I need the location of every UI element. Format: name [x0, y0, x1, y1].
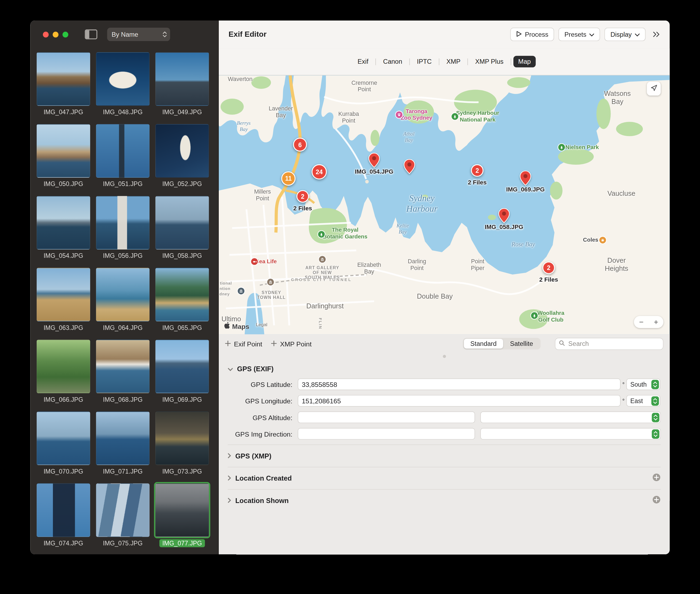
stepper-control[interactable] [651, 396, 659, 405]
zoom-out-button[interactable]: − [634, 317, 649, 328]
segment-satellite[interactable]: Satellite [503, 339, 540, 349]
photo-thumbnail[interactable] [37, 196, 90, 250]
add-circle-icon[interactable] [652, 473, 661, 483]
tab-divider [511, 58, 511, 65]
map-label: Nielsen Park [566, 144, 599, 151]
section-location-created[interactable]: Location Created [228, 467, 661, 489]
photo-thumbnail[interactable] [155, 411, 209, 465]
tab-xmp[interactable]: XMP [442, 56, 465, 67]
map-cluster-marker[interactable]: 6 [293, 138, 307, 152]
tab-xmp-plus[interactable]: XMP Plus [470, 56, 508, 67]
photo-item[interactable]: IMG_075.JPG [96, 483, 149, 548]
zoom-in-button[interactable]: + [649, 317, 664, 328]
search-field[interactable] [555, 338, 664, 350]
photo-thumbnail[interactable] [37, 340, 90, 393]
zoom-control[interactable]: − + [634, 316, 663, 328]
add-circle-icon[interactable] [652, 495, 661, 506]
section-gps-xmp[interactable]: GPS (XMP) [228, 445, 661, 467]
map-pin-marker[interactable] [369, 153, 380, 168]
map-cluster-marker[interactable]: 2 [471, 164, 483, 176]
section-location-shown[interactable]: Location Shown [228, 490, 661, 512]
gps-value-input[interactable] [298, 411, 475, 423]
photo-item[interactable]: IMG_050.JPG [37, 124, 90, 189]
photo-thumbnail[interactable] [155, 268, 209, 321]
legal-link[interactable]: Legal [256, 322, 267, 327]
photo-item[interactable]: IMG_068.JPG [96, 340, 149, 404]
add-xmp-point-button[interactable]: XMP Point [271, 340, 312, 348]
gps-exif-section-header[interactable]: GPS (EXIF) [228, 365, 661, 373]
photo-thumbnail[interactable] [37, 52, 90, 106]
map-cluster-marker[interactable]: 11 [281, 171, 295, 186]
photo-item[interactable]: IMG_054.JPG [37, 196, 90, 260]
stepper-control[interactable] [651, 429, 659, 438]
tab-canon[interactable]: Canon [378, 56, 407, 67]
photo-thumbnail[interactable] [37, 124, 90, 178]
gps-unit-select[interactable] [480, 411, 661, 423]
photo-item[interactable]: IMG_077.JPG [155, 483, 209, 548]
photo-item[interactable]: IMG_069.JPG [155, 340, 209, 404]
tab-iptc[interactable]: IPTC [412, 56, 437, 67]
photo-thumbnail[interactable] [37, 411, 90, 465]
gps-ref-select[interactable]: East [626, 395, 660, 407]
gps-value-input[interactable] [298, 395, 621, 407]
photo-item[interactable]: IMG_048.JPG [96, 52, 149, 117]
locate-button[interactable] [647, 82, 661, 96]
photo-item[interactable]: IMG_070.JPG [37, 411, 90, 476]
photo-thumbnail[interactable] [96, 483, 149, 537]
photo-item[interactable]: IMG_051.JPG [96, 124, 149, 189]
search-input[interactable] [567, 340, 660, 348]
photo-thumbnail[interactable] [96, 196, 149, 250]
photo-item[interactable]: IMG_058.JPG [155, 196, 209, 260]
gps-value-input[interactable] [298, 428, 475, 439]
photo-item[interactable]: IMG_074.JPG [37, 483, 90, 548]
map-pin-marker[interactable] [519, 170, 531, 186]
map-pin-marker[interactable] [404, 159, 415, 174]
minimize-button[interactable] [53, 32, 58, 37]
map-cluster-marker[interactable]: 24 [312, 164, 327, 179]
photo-thumbnail[interactable] [96, 52, 149, 106]
photo-thumbnail[interactable] [37, 268, 90, 321]
photo-thumbnail[interactable] [155, 196, 209, 250]
photo-item[interactable]: IMG_056.JPG [96, 196, 149, 260]
gps-value-input[interactable] [298, 378, 621, 390]
zoom-button[interactable] [62, 32, 68, 37]
photo-thumbnail[interactable] [155, 52, 209, 106]
photo-item[interactable]: IMG_047.JPG [37, 52, 90, 117]
photo-thumbnail[interactable] [96, 268, 149, 321]
photo-item[interactable]: IMG_073.JPG [155, 411, 209, 476]
stepper-control[interactable] [651, 380, 659, 389]
tab-exif[interactable]: Exif [353, 56, 373, 67]
display-button[interactable]: Display [605, 28, 645, 41]
photo-item[interactable]: IMG_066.JPG [37, 340, 90, 404]
map-view[interactable]: WavertonCremornePointLavenderBayKurrabaP… [219, 75, 670, 334]
gps-ref-select[interactable]: South [626, 378, 660, 390]
photo-item[interactable]: IMG_049.JPG [155, 52, 209, 117]
sort-dropdown[interactable]: By Name [107, 28, 170, 41]
map-pin-marker[interactable] [498, 208, 510, 223]
photo-thumbnail[interactable] [96, 340, 149, 393]
segment-standard[interactable]: Standard [464, 339, 503, 349]
photo-thumbnail[interactable] [96, 124, 149, 178]
add-exif-point-button[interactable]: Exif Point [225, 340, 262, 348]
pane-resize-handle[interactable] [443, 355, 446, 358]
photo-item[interactable]: IMG_071.JPG [96, 411, 149, 476]
tab-map[interactable]: Map [513, 56, 536, 67]
process-button[interactable]: Process [510, 28, 554, 41]
toolbar-overflow-button[interactable] [650, 32, 663, 37]
photo-item[interactable]: IMG_065.JPG [155, 268, 209, 332]
photo-thumbnail[interactable] [155, 340, 209, 393]
map-cluster-marker[interactable]: 2 [296, 190, 309, 202]
presets-button[interactable]: Presets [559, 28, 600, 41]
photo-thumbnail[interactable] [96, 411, 149, 465]
map-cluster-marker[interactable]: 2 [542, 262, 555, 274]
photo-item[interactable]: IMG_063.JPG [37, 268, 90, 332]
stepper-control[interactable] [651, 412, 659, 422]
gps-unit-select[interactable] [480, 428, 661, 439]
photo-thumbnail[interactable] [37, 483, 90, 537]
sidebar-toggle-icon[interactable] [85, 29, 97, 39]
photo-item[interactable]: IMG_064.JPG [96, 268, 149, 332]
photo-thumbnail[interactable] [155, 483, 209, 537]
photo-thumbnail[interactable] [155, 124, 209, 178]
photo-item[interactable]: IMG_052.JPG [155, 124, 209, 189]
close-button[interactable] [43, 32, 49, 37]
